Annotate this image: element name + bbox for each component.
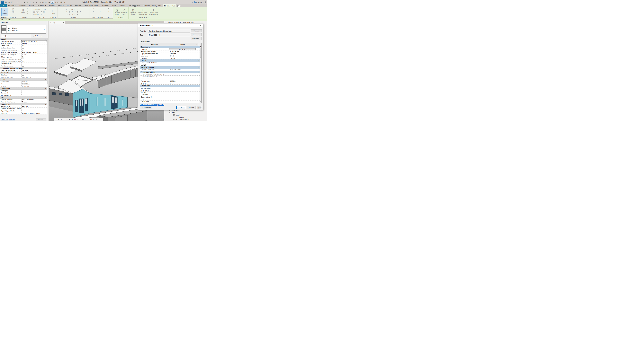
type-parameter-row[interactable]: Assorbimento 0.100000	[140, 80, 200, 82]
property-row[interactable]: La parte superiore è associata	[0, 58, 47, 60]
unlocked-3d-view-icon[interactable]: ⌂	[79, 118, 81, 121]
navigation-wheel-icon[interactable]: ∞	[82, 118, 84, 121]
properties-palette-icon[interactable]: ▤	[12, 11, 14, 13]
load-button[interactable]: Carica...	[191, 29, 202, 32]
parameter-value[interactable]	[169, 100, 196, 103]
resize-grip[interactable]: ⋰	[202, 108, 203, 109]
type-parameter-row[interactable]: Massa termica	[140, 78, 200, 80]
properties-windows-icon[interactable]: ◫	[12, 8, 14, 10]
parameter-value[interactable]: 0.100000	[169, 80, 196, 82]
parameter-value[interactable]: Nero	[143, 64, 146, 66]
offset-icon[interactable]: ⊏	[68, 8, 71, 10]
property-section-header[interactable]: Quote«	[0, 78, 47, 81]
property-value[interactable]: 53460.0	[21, 81, 47, 83]
parameter-value[interactable]: Non ripiegare	[169, 51, 196, 53]
ribbon-tab[interactable]: BIM Interoperability Tools	[141, 4, 163, 7]
ribbon-tab[interactable]: Vista	[111, 4, 117, 7]
property-row[interactable]: Distanza estensione base 0.0	[0, 49, 47, 52]
tree-item[interactable]: − Profili	[164, 111, 207, 114]
table-scrollbar-down-icon[interactable]: ▼	[200, 101, 201, 103]
associate-parameter-cell[interactable]	[196, 96, 200, 98]
associate-parameter-cell[interactable]	[196, 82, 200, 85]
type-parameter-row[interactable]: Coefficiente di scambio termico (U)	[140, 73, 200, 76]
type-parameter-row[interactable]: Nota chiave	[140, 89, 200, 91]
property-row[interactable]: Contrassegno	[0, 94, 47, 96]
properties-help-link[interactable]: Guida alle proprietà	[1, 119, 15, 120]
align-icon[interactable]: ⌐	[66, 8, 68, 10]
dialog-close-icon[interactable]: ✕	[200, 24, 201, 26]
cut-geometry-button[interactable]: ◯Taglia▾≣◰▾	[33, 11, 46, 13]
account-dropdown-icon[interactable]: ▾	[203, 1, 204, 3]
associate-parameter-cell[interactable]	[196, 89, 200, 91]
property-value[interactable]	[21, 58, 47, 60]
rotate-cw-icon[interactable]: ↻	[71, 13, 73, 16]
property-value[interactable]: 83.073 m³	[21, 85, 47, 87]
mirror-axis-icon[interactable]: ∥	[68, 13, 71, 16]
property-row[interactable]: Vincolo parte superiore Fino al livello:…	[0, 52, 47, 54]
property-value[interactable]	[21, 94, 47, 96]
property-row[interactable]: Delimita il locale	[0, 63, 47, 65]
default-3d-view-icon[interactable]: ◇▾	[45, 1, 48, 3]
parameter-value[interactable]	[169, 89, 196, 91]
ribbon-tab[interactable]: Collabora	[101, 4, 111, 7]
visual-style-icon[interactable]: ◇	[63, 118, 66, 121]
property-value[interactable]	[21, 108, 47, 110]
type-parameter-row[interactable]: Resistenza termica (R)	[140, 76, 200, 78]
offset2-icon[interactable]: ⇉	[74, 13, 76, 16]
copy-element-icon[interactable]: ◫	[68, 11, 71, 13]
parameter-value[interactable]	[169, 62, 196, 64]
join-button[interactable]: ◫Unisci▾⊿⚒	[33, 13, 45, 16]
create-similar-icon[interactable]: ⧉	[107, 10, 110, 13]
property-row[interactable]: Area 276.910 m²	[0, 83, 47, 85]
property-value[interactable]	[21, 47, 47, 49]
property-value[interactable]: New Construction	[21, 99, 47, 101]
table-scroll-up-icon[interactable]: ^	[198, 43, 200, 46]
copy-icon[interactable]: ⧉	[27, 10, 29, 13]
tree-item[interactable]: gronda	[164, 116, 207, 118]
switch-windows-icon[interactable]: ◫▾	[57, 1, 60, 3]
property-section-header[interactable]: Dati identità«	[0, 87, 47, 90]
parameter-value[interactable]: <Per categoria>	[169, 69, 196, 71]
type-parameter-row[interactable]: Ripiegatura agli inserti Non ripiegare	[140, 51, 200, 53]
associate-parameter-cell[interactable]	[196, 91, 200, 94]
table-section-header[interactable]: Grafica«	[140, 59, 200, 62]
extend-icon[interactable]: ⊢	[74, 8, 76, 10]
property-row[interactable]: IfcGUID 39IjSmRrjDXB0XqnsyAPit	[0, 112, 47, 114]
reveal-hidden-elements-icon[interactable]: ○	[84, 118, 87, 121]
property-value[interactable]: 0.0	[21, 60, 47, 63]
collapse-viewbar-icon[interactable]: ‹	[98, 118, 100, 121]
tree-expand-icon[interactable]: +	[174, 119, 175, 120]
duplicate-button[interactable]: Duplica...	[191, 33, 202, 36]
tree-expand-icon[interactable]: +	[174, 121, 175, 121]
wall-opening-button[interactable]: ▨Aperturamuro	[129, 8, 137, 16]
property-value[interactable]: 5250.0	[21, 54, 47, 56]
dialog-help-link[interactable]: Qual è l'azione di queste proprietà?	[140, 104, 164, 106]
type-parameter-row[interactable]: Funzione Esterno	[140, 57, 200, 59]
ribbon-tab[interactable]: Volumetrie e cantiere	[82, 4, 101, 7]
reveal-constraints-icon[interactable]: ⊣	[95, 118, 97, 121]
ribbon-tab[interactable]: Acciaio	[27, 4, 36, 7]
property-value[interactable]: Linea d'asse del muro	[21, 40, 47, 42]
sync-with-central-icon[interactable]: ◔▾	[14, 1, 17, 3]
user-interface-icon[interactable]: ▤	[4, 1, 7, 3]
type-selector-dropdown-icon[interactable]: ▼	[44, 29, 45, 30]
property-value[interactable]	[21, 110, 47, 112]
close-inactive-views-icon[interactable]: ⊠	[54, 1, 57, 3]
property-row[interactable]: Altezza non collegata 5250.0	[0, 54, 47, 56]
type-parameter-row[interactable]: Ruvidità 1	[140, 82, 200, 85]
parameter-value[interactable]	[169, 73, 196, 75]
parameter-value[interactable]	[169, 91, 196, 94]
ribbon-tab[interactable]: Gestisci	[117, 4, 126, 7]
text-icon[interactable]: A	[42, 1, 44, 3]
property-value[interactable]	[21, 74, 47, 76]
search-icon[interactable]: ⌕	[192, 1, 193, 3]
associate-parameter-cell[interactable]	[196, 94, 200, 96]
property-row[interactable]: Esporta in IFC Per tipo	[0, 105, 47, 108]
export-pdf-icon[interactable]: ▥	[26, 1, 29, 3]
property-row[interactable]: Esporta in formato IFC con nome	[0, 108, 47, 110]
associate-parameter-cell[interactable]	[196, 53, 200, 55]
redo-icon[interactable]: ↷▾	[20, 1, 23, 3]
property-value[interactable]	[21, 65, 47, 67]
parameter-value[interactable]: Nessuno	[169, 53, 196, 55]
property-row[interactable]: Offset superiore 0.0	[0, 56, 47, 58]
